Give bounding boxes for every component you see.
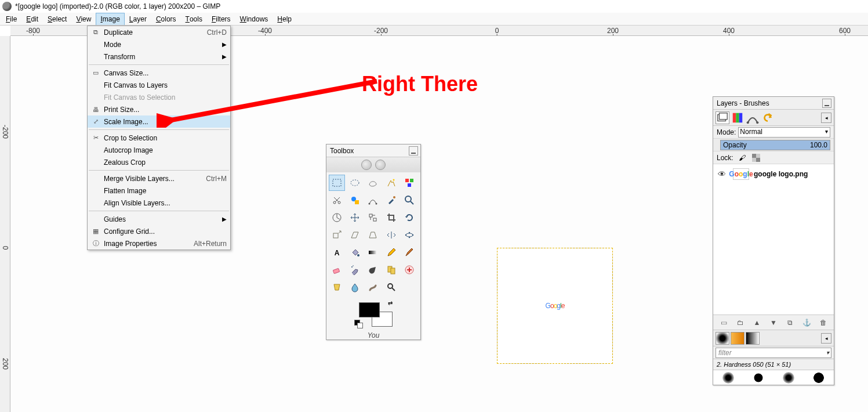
menu-filters[interactable]: Filters (207, 13, 235, 25)
lock-alpha-icon[interactable] (751, 153, 761, 163)
tool-dodge[interactable] (383, 279, 400, 295)
menu-colors[interactable]: Colors (151, 13, 181, 25)
tool-perspective[interactable] (365, 227, 381, 243)
tool-move[interactable] (347, 209, 363, 226)
menu-item-crop-to-selection[interactable]: ✂Crop to Selection (88, 132, 230, 144)
layer-thumbnail[interactable]: Google (733, 168, 749, 180)
fg-bg-swatch[interactable]: ⇄ (353, 300, 394, 328)
brush-filter-input[interactable]: filter (716, 348, 831, 358)
brush-preview[interactable] (722, 372, 734, 384)
tool-heal[interactable] (401, 262, 417, 278)
tool-blend[interactable] (365, 244, 381, 261)
menu-tools[interactable]: Tools (181, 13, 207, 25)
tool-perspective-clone[interactable] (329, 279, 345, 295)
menu-windows[interactable]: Windows (235, 13, 273, 25)
brush-preview[interactable] (813, 372, 825, 384)
dock-title-bar[interactable]: Layers - Brushes (713, 97, 834, 110)
tool-scale[interactable] (329, 227, 345, 243)
tool-scissors[interactable] (329, 192, 345, 208)
layer-list[interactable]: 👁 Google google logo.png (713, 164, 834, 315)
menu-item-duplicate[interactable]: ⧉DuplicateCtrl+D (88, 26, 230, 38)
tool-shear[interactable] (347, 227, 363, 243)
duplicate-layer-icon[interactable]: ⧉ (785, 317, 796, 328)
tool-ink[interactable] (365, 262, 381, 278)
layer-group-icon[interactable]: 🗀 (735, 317, 746, 328)
menu-item-align-visible-layers[interactable]: Align Visible Layers... (88, 197, 230, 209)
visibility-eye-icon[interactable]: 👁 (718, 169, 728, 179)
layer-row[interactable]: 👁 Google google logo.png (713, 164, 834, 184)
tool-align[interactable] (365, 209, 381, 226)
anchor-layer-icon[interactable]: ⚓ (801, 317, 812, 328)
paths-tab-icon[interactable] (746, 111, 760, 124)
tool-color-select[interactable] (401, 175, 417, 191)
tool-ellipse-select[interactable] (347, 175, 363, 191)
lower-layer-icon[interactable]: ▼ (768, 317, 779, 328)
menu-item-print-size[interactable]: 🖶Print Size... (88, 103, 230, 115)
toolbox-title-bar[interactable]: Toolbox (326, 144, 420, 157)
menu-help[interactable]: Help (273, 13, 296, 25)
new-layer-icon[interactable]: ▭ (718, 317, 729, 328)
menu-item-autocrop-image[interactable]: Autocrop Image (88, 144, 230, 156)
tool-blur[interactable] (347, 279, 363, 295)
canvas-image[interactable]: Google (497, 248, 613, 364)
menu-item-fit-canvas-to-layers[interactable]: Fit Canvas to Layers (88, 79, 230, 91)
lock-pixels-icon[interactable]: 🖌 (737, 153, 747, 163)
brushes-tab-icon[interactable] (716, 332, 729, 345)
menu-layer[interactable]: Layer (125, 13, 151, 25)
tool-measure[interactable] (329, 209, 345, 226)
menu-select[interactable]: Select (43, 13, 71, 25)
menu-item-image-properties[interactable]: ⓘImage PropertiesAlt+Return (88, 237, 230, 250)
gradients-tab-icon[interactable] (746, 332, 760, 345)
menu-item-configure-grid[interactable]: ▦Configure Grid... (88, 225, 230, 237)
tool-rotate[interactable] (401, 209, 417, 226)
mode-select[interactable]: Normal (738, 127, 830, 138)
minimize-icon[interactable] (409, 146, 418, 156)
opacity-slider[interactable]: Opacity 100.0 (720, 140, 830, 150)
menu-item-zealous-crop[interactable]: Zealous Crop (88, 156, 230, 168)
menu-item-canvas-size[interactable]: ▭Canvas Size... (88, 67, 230, 79)
tool-pencil[interactable] (383, 244, 400, 261)
layers-tab-icon[interactable] (716, 111, 729, 124)
raise-layer-icon[interactable]: ▲ (751, 317, 762, 328)
tool-rect-select[interactable] (329, 175, 345, 191)
tool-cage[interactable] (401, 227, 417, 243)
tool-paintbrush[interactable] (401, 244, 417, 261)
patterns-tab-icon[interactable] (731, 332, 744, 345)
vertical-ruler[interactable]: -2000200400600 (0, 36, 10, 412)
tool-text[interactable]: A (329, 244, 345, 261)
tool-bucket[interactable] (347, 244, 363, 261)
menu-view[interactable]: View (71, 13, 96, 25)
tool-clone[interactable] (383, 262, 400, 278)
minimize-icon[interactable] (822, 99, 831, 108)
tool-flip[interactable] (383, 227, 400, 243)
tab-menu-icon[interactable]: ◂ (821, 113, 831, 123)
tool-free-select[interactable] (365, 175, 381, 191)
brush-preview[interactable] (753, 372, 764, 384)
menu-image[interactable]: Image (96, 13, 124, 25)
channels-tab-icon[interactable] (731, 111, 744, 124)
delete-layer-icon[interactable]: 🗑 (818, 317, 829, 328)
layer-name[interactable]: google logo.png (754, 170, 808, 178)
default-colors-icon[interactable] (354, 320, 362, 328)
brush-preview[interactable] (783, 372, 794, 384)
tool-eraser[interactable] (329, 262, 345, 278)
toolbox-panel[interactable]: Toolbox A ⇄ You (326, 144, 421, 340)
layers-brushes-dock[interactable]: Layers - Brushes ◂ Mode: Normal Opacity … (713, 96, 834, 385)
tool-airbrush[interactable] (347, 262, 363, 278)
tool-color-picker[interactable] (383, 192, 400, 208)
undo-tab-icon[interactable] (761, 111, 775, 124)
tab-menu-icon[interactable]: ◂ (821, 333, 831, 344)
tool-fuzzy-select[interactable] (383, 175, 400, 191)
tool-foreground[interactable] (347, 192, 363, 208)
menu-item-flatten-image[interactable]: Flatten Image (88, 185, 230, 197)
tool-zoom[interactable] (401, 192, 417, 208)
fg-color[interactable] (359, 302, 380, 317)
tool-smudge[interactable] (365, 279, 381, 295)
tool-crop[interactable] (383, 209, 400, 226)
menu-item-scale-image[interactable]: ⤢Scale Image... (88, 115, 230, 128)
menu-item-transform[interactable]: Transform▶ (88, 50, 230, 63)
swap-colors-icon[interactable]: ⇄ (388, 300, 393, 306)
menu-item-guides[interactable]: Guides▶ (88, 213, 230, 225)
menu-item-merge-visible-layers[interactable]: Merge Visible Layers...Ctrl+M (88, 172, 230, 185)
menu-file[interactable]: File (1, 13, 21, 25)
